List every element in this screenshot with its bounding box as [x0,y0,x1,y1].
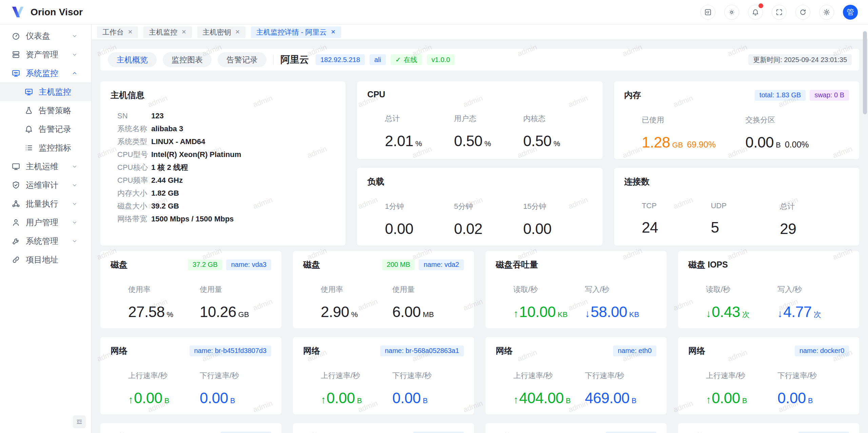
card-title: 连接数 [624,176,650,187]
metric-label: 内核态 [523,114,592,124]
sidebar-item-资产管理[interactable]: 资产管理 [0,45,91,64]
sidebar-item-主机运维[interactable]: 主机运维 [0,157,91,176]
metric-已使用: 已使用1.28GB69.90% [642,115,746,151]
view-button-监控图表[interactable]: 监控图表 [163,52,212,67]
info-row: CPU频率2.44 GHz [111,174,335,187]
metric-value: 0.00 [385,220,454,237]
user-avatar[interactable]: 管 [843,5,858,20]
card-title: 网络 [688,345,705,356]
notifications-button[interactable] [748,5,763,20]
metric-number: 0.43 [712,303,740,320]
fullscreen-button[interactable] [772,5,787,20]
metric-value: ↑0.00B [128,390,200,407]
net-br-b451fd3807d3-card: 网络name: br-b451fd3807d3上行速率/秒↑0.00B下行速率/… [100,337,281,414]
metrics: 上行速率/秒↑0.00B下行速率/秒0.00B [688,371,849,407]
metric-number: 0.00 [392,390,421,407]
vertical-scrollbar-thumb[interactable] [863,31,867,114]
metric-label: 写入/秒 [585,284,656,295]
theme-button[interactable] [724,5,739,20]
tab-主机监控详情 - 阿里云[interactable]: 主机监控详情 - 阿里云✕ [251,26,341,38]
metric-label: 上行速率/秒 [706,371,777,381]
sidebar-item-label: 项目地址 [26,254,58,265]
tab-label: 主机监控详情 - 阿里云 [256,27,327,37]
tag: name: vda2 [419,259,464,270]
sidebar-item-监控指标[interactable]: 监控指标 [0,138,91,157]
view-button-主机概览[interactable]: 主机概览 [108,52,157,67]
metric-number: 0.00 [523,220,552,237]
metric-unit: % [167,310,174,319]
host-info-rows: SN123系统名称alibaba 3系统类型LINUX - AMD64CPU型号… [111,110,335,225]
net-eth0-card: 网络name: eth0上行速率/秒↑404.00B下行速率/秒469.00B [486,337,667,414]
info-label: SN [117,112,151,120]
sidebar-item-告警记录[interactable]: 告警记录 [0,120,91,138]
tag-text: 182.92.5.218 [320,56,360,64]
info-label: 系统类型 [117,137,151,147]
info-label: CPU型号 [117,150,151,160]
net-br-568a052863a1-card: 网络name: br-568a052863a1上行速率/秒↑0.00B下行速率/… [293,337,474,414]
metric-label: 使用率 [321,284,392,295]
sidebar-item-label: 主机监控 [39,86,71,97]
sidebar-item-用户管理[interactable]: 用户管理 [0,213,91,232]
metric-number: 24 [642,219,658,236]
sidebar-item-告警策略[interactable]: 告警策略 [0,101,91,120]
partial-1-card: 网络 [100,423,281,433]
sidebar-item-批量执行[interactable]: 批量执行 [0,194,91,213]
card-tags: total: 1.83 GBswap: 0 B [755,90,849,101]
card-title: 磁盘 [303,259,320,270]
check-icon: ✓ [395,56,401,64]
code-button[interactable] [701,5,715,20]
info-row: 磁盘大小39.2 GB [111,200,335,213]
card-title: CPU [367,90,385,99]
orion-visor-logo [10,5,26,19]
sidebar-item-系统管理[interactable]: 系统管理 [0,232,91,250]
metrics: 使用率2.90%使用量6.00MB [303,284,464,320]
sidebar-item-系统监控[interactable]: 系统监控 [0,64,91,82]
metric-value: ↑404.00B [513,390,585,407]
tab-bar: 工作台✕主机监控✕主机密钥✕主机监控详情 - 阿里云✕ [92,24,868,40]
chevron-down-icon [72,33,78,39]
chevron-down-icon [72,163,78,170]
tag [413,432,464,433]
refresh-button[interactable] [795,5,810,20]
notification-badge [758,3,763,8]
info-label: 磁盘大小 [117,201,151,211]
metric-使用量: 使用量10.26GB [200,284,271,320]
tag: name: vda3 [226,259,271,270]
card-title: 磁盘 IOPS [688,259,728,270]
info-label: 网络带宽 [117,214,151,224]
sidebar-item-label: 监控指标 [39,142,71,153]
sidebar-item-项目地址[interactable]: 项目地址 [0,250,91,269]
disk-vda3-card: 磁盘37.2 GBname: vda3使用率27.58%使用量10.26GB [100,251,281,328]
metric-number: 10.00 [519,303,556,320]
settings-button[interactable] [819,5,834,20]
close-icon[interactable]: ✕ [128,28,133,36]
metric-上行速率/秒: 上行速率/秒↑0.00B [321,371,392,407]
tab-主机监控[interactable]: 主机监控✕ [143,26,192,38]
close-icon[interactable]: ✕ [331,28,335,36]
sidebar-item-主机监控[interactable]: 主机监控 [0,82,91,101]
memory-card: 内存total: 1.83 GBswap: 0 B已使用1.28GB69.90%… [614,81,859,159]
view-button-告警记录[interactable]: 告警记录 [218,52,267,67]
tab-label: 主机监控 [149,27,177,37]
batch-icon [12,199,20,208]
updated-time: 更新时间: 2025-09-24 23:01:35 [748,54,852,65]
metric-value: ↑0.00B [321,390,392,407]
metric-value: 6.00MB [392,303,464,320]
card-tags: 37.2 GBname: vda3 [188,259,271,270]
info-label: 内存大小 [117,188,151,198]
metric-unit: % [415,139,422,148]
refresh-icon [799,8,807,16]
sidebar-collapse-button[interactable] [73,415,86,428]
close-icon[interactable]: ✕ [235,28,240,36]
metric-label: 下行速率/秒 [777,371,849,381]
info-value: 1 核 2 线程 [151,162,188,173]
metric-下行速率/秒: 下行速率/秒0.00B [200,371,271,407]
metric-unit: GB [672,141,683,150]
card-header: CPU [367,90,592,99]
info-value: Intel(R) Xeon(R) Platinum [151,150,241,159]
close-icon[interactable]: ✕ [181,28,186,36]
tab-主机密钥[interactable]: 主机密钥✕ [197,26,245,38]
sidebar-item-运维审计[interactable]: 运维审计 [0,176,91,194]
tab-工作台[interactable]: 工作台✕ [97,26,138,38]
sidebar-item-仪表盘[interactable]: 仪表盘 [0,26,91,45]
